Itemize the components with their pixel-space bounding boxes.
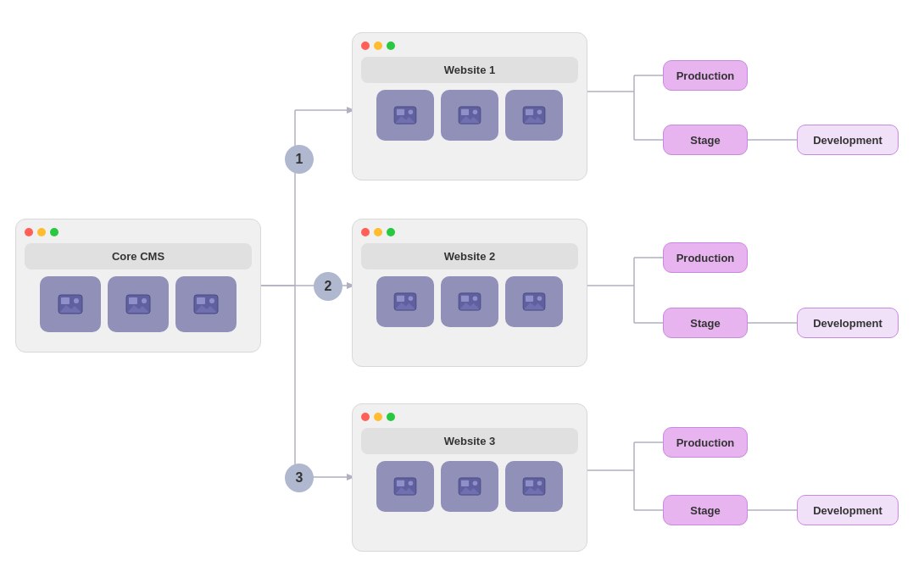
w1-icon-2 (441, 90, 498, 141)
w2-production-badge: Production (663, 242, 748, 273)
w3-icon-3 (505, 461, 563, 512)
w2-icon-1 (376, 276, 434, 327)
tl-red-w1 (361, 42, 370, 50)
website2-icons (361, 276, 578, 327)
website3-icons (361, 461, 578, 512)
w3-icon-2 (441, 461, 498, 512)
w2-development-badge: Development (797, 308, 899, 338)
number-badge-2: 2 (314, 272, 342, 301)
svg-point-46 (537, 110, 543, 115)
svg-rect-29 (129, 297, 137, 304)
core-cms-title: Core CMS (25, 243, 252, 269)
w3-icon-1 (376, 461, 434, 512)
diagram: Core CMS 1 2 3 Website 1 (0, 0, 924, 572)
core-icon-2 (108, 276, 169, 332)
traffic-lights-core (25, 228, 252, 236)
website1-window: Website 1 (352, 32, 587, 180)
w2-icon-2 (441, 276, 498, 327)
svg-point-50 (409, 297, 414, 302)
website2-window: Website 2 (352, 219, 587, 367)
tl-yellow-w1 (374, 42, 382, 50)
w1-icon-3 (505, 90, 563, 141)
number-badge-3: 3 (285, 464, 314, 492)
svg-rect-57 (526, 296, 533, 302)
w3-development-badge: Development (797, 495, 899, 525)
website3-title: Website 3 (361, 428, 578, 454)
svg-point-54 (473, 297, 478, 302)
w1-stage-badge: Stage (663, 125, 748, 155)
w3-production-badge: Production (663, 427, 748, 458)
svg-point-26 (74, 298, 79, 303)
svg-point-58 (537, 297, 543, 302)
w2-stage-badge: Stage (663, 308, 748, 338)
tl-yellow-w2 (374, 228, 382, 236)
number-badge-1: 1 (285, 145, 314, 174)
svg-rect-25 (61, 297, 70, 304)
tl-green-w1 (387, 42, 395, 50)
svg-point-34 (209, 298, 214, 303)
core-cms-window: Core CMS (15, 219, 261, 353)
core-icon-1 (40, 276, 101, 332)
traffic-lights-w2 (361, 228, 578, 236)
svg-rect-53 (461, 296, 469, 302)
svg-point-70 (537, 481, 543, 486)
svg-point-38 (409, 110, 414, 115)
tl-green-w2 (387, 228, 395, 236)
w1-development-badge: Development (797, 125, 899, 155)
svg-rect-33 (197, 297, 205, 304)
svg-point-42 (473, 110, 478, 115)
tl-green-w3 (387, 413, 395, 421)
tl-red-w3 (361, 413, 370, 421)
tl-green-core (50, 228, 58, 236)
w1-production-badge: Production (663, 60, 748, 91)
svg-rect-65 (461, 480, 469, 486)
w3-stage-badge: Stage (663, 495, 748, 525)
svg-point-66 (473, 481, 478, 486)
svg-point-62 (409, 481, 414, 486)
tl-yellow-w3 (374, 413, 382, 421)
svg-rect-49 (397, 296, 404, 302)
website3-window: Website 3 (352, 403, 587, 552)
traffic-lights-w1 (361, 42, 578, 50)
svg-rect-37 (397, 109, 404, 115)
svg-rect-45 (526, 109, 533, 115)
website2-title: Website 2 (361, 243, 578, 269)
w2-icon-3 (505, 276, 563, 327)
tl-red-w2 (361, 228, 370, 236)
svg-rect-41 (461, 109, 469, 115)
core-cms-icons (25, 276, 252, 332)
core-icon-3 (175, 276, 237, 332)
website1-title: Website 1 (361, 57, 578, 83)
traffic-lights-w3 (361, 413, 578, 421)
svg-rect-61 (397, 480, 404, 486)
svg-rect-69 (526, 480, 533, 486)
svg-point-30 (142, 298, 147, 303)
w1-icon-1 (376, 90, 434, 141)
tl-yellow-core (37, 228, 46, 236)
tl-red-core (25, 228, 33, 236)
website1-icons (361, 90, 578, 141)
